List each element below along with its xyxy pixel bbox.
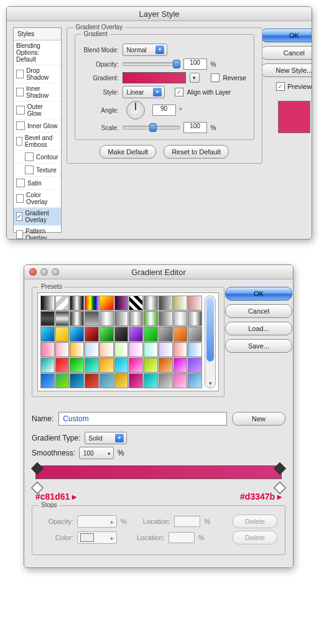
preset-swatch[interactable] bbox=[40, 358, 55, 373]
style-row-contour[interactable]: Contour bbox=[14, 151, 61, 164]
preset-swatch[interactable] bbox=[85, 358, 99, 373]
new-style-button[interactable]: New Style... bbox=[261, 63, 312, 77]
opacity-input[interactable]: 100 bbox=[183, 58, 207, 70]
save-button[interactable]: Save... bbox=[225, 339, 292, 353]
preset-swatch[interactable] bbox=[159, 342, 173, 357]
blending-options-row[interactable]: Blending Options: Default bbox=[14, 40, 61, 65]
checkbox[interactable] bbox=[16, 230, 23, 239]
preset-swatch[interactable] bbox=[144, 327, 158, 342]
preset-swatch[interactable] bbox=[70, 327, 84, 342]
style-row-satin[interactable]: Satin bbox=[14, 177, 61, 190]
preview-checkbox[interactable] bbox=[276, 82, 285, 91]
ok-button[interactable]: OK bbox=[261, 29, 312, 42]
minimize-icon[interactable] bbox=[40, 268, 48, 276]
checkbox[interactable] bbox=[16, 212, 22, 221]
cancel-button[interactable]: Cancel bbox=[225, 304, 292, 318]
preset-swatch[interactable] bbox=[99, 296, 114, 310]
style-row-bevel-and-emboss[interactable]: Bevel and Emboss bbox=[14, 133, 61, 151]
preset-swatch[interactable] bbox=[99, 358, 114, 373]
preset-swatch[interactable] bbox=[70, 373, 84, 388]
make-default-button[interactable]: Make Default bbox=[99, 145, 156, 159]
style-row-outer-glow[interactable]: Outer Glow bbox=[14, 101, 61, 119]
preset-swatch[interactable] bbox=[40, 327, 55, 342]
preset-swatch[interactable] bbox=[99, 311, 114, 326]
gradient-swatch[interactable] bbox=[123, 72, 186, 83]
align-checkbox[interactable] bbox=[175, 88, 183, 96]
chevron-down-icon[interactable]: ▾ bbox=[190, 73, 200, 83]
checkbox[interactable] bbox=[16, 179, 25, 187]
new-button[interactable]: New bbox=[232, 412, 285, 426]
preset-swatch[interactable] bbox=[114, 358, 129, 373]
preset-swatch[interactable] bbox=[99, 373, 114, 388]
preset-swatch[interactable] bbox=[99, 342, 114, 357]
preset-swatch[interactable] bbox=[114, 327, 129, 342]
preset-swatch[interactable] bbox=[188, 311, 202, 326]
style-row-drop-shadow[interactable]: Drop Shadow bbox=[14, 65, 61, 83]
preset-swatch[interactable] bbox=[70, 296, 84, 310]
checkbox[interactable] bbox=[16, 137, 22, 146]
scroll-thumb[interactable] bbox=[206, 297, 214, 362]
preset-swatch[interactable] bbox=[70, 358, 84, 373]
preset-swatch[interactable] bbox=[159, 311, 173, 326]
blendmode-select[interactable]: Normal ▾ bbox=[123, 44, 167, 56]
style-row-gradient-overlay[interactable]: Gradient Overlay bbox=[14, 208, 61, 226]
preset-swatch[interactable] bbox=[55, 358, 70, 373]
preset-swatch[interactable] bbox=[129, 342, 143, 357]
style-row-inner-glow[interactable]: Inner Glow bbox=[14, 119, 61, 133]
preset-swatch[interactable] bbox=[99, 327, 114, 342]
preset-swatch[interactable] bbox=[159, 327, 173, 342]
preset-swatch[interactable] bbox=[159, 358, 173, 373]
gradient-bar[interactable] bbox=[35, 465, 282, 479]
preset-swatch[interactable] bbox=[55, 296, 70, 310]
preset-swatch[interactable] bbox=[129, 296, 143, 310]
name-input[interactable] bbox=[58, 412, 227, 426]
preset-swatch[interactable] bbox=[114, 342, 129, 357]
style-row-pattern-overlay[interactable]: Pattern Overlay bbox=[14, 226, 61, 240]
styles-header[interactable]: Styles bbox=[14, 28, 61, 40]
preset-swatch[interactable] bbox=[55, 342, 70, 357]
preset-swatch[interactable] bbox=[40, 342, 55, 357]
style-row-inner-shadow[interactable]: Inner Shadow bbox=[14, 83, 61, 101]
preset-swatch[interactable] bbox=[188, 342, 202, 357]
chevron-down-icon[interactable]: ▾ bbox=[205, 380, 215, 386]
preset-swatch[interactable] bbox=[144, 311, 158, 326]
checkbox[interactable] bbox=[16, 88, 24, 96]
cancel-button[interactable]: Cancel bbox=[261, 46, 312, 60]
preset-swatch[interactable] bbox=[129, 311, 143, 326]
preset-swatch[interactable] bbox=[85, 296, 99, 310]
checkbox[interactable] bbox=[16, 106, 25, 114]
preset-swatch[interactable] bbox=[159, 373, 173, 388]
preset-swatch[interactable] bbox=[173, 373, 188, 388]
preset-swatch[interactable] bbox=[144, 358, 158, 373]
preset-swatch[interactable] bbox=[144, 373, 158, 388]
scrollbar[interactable]: ▾ bbox=[205, 296, 216, 388]
preset-swatch[interactable] bbox=[173, 327, 188, 342]
checkbox[interactable] bbox=[16, 194, 24, 203]
preset-swatch[interactable] bbox=[188, 358, 202, 373]
preset-swatch[interactable] bbox=[173, 311, 188, 326]
titlebar[interactable]: Gradient Editor bbox=[24, 265, 293, 279]
style-row-texture[interactable]: Texture bbox=[14, 164, 61, 177]
preset-swatch[interactable] bbox=[114, 311, 129, 326]
preset-swatch[interactable] bbox=[144, 342, 158, 357]
reverse-checkbox[interactable] bbox=[211, 73, 220, 82]
style-select[interactable]: Linear ▾ bbox=[123, 86, 165, 98]
preset-swatch[interactable] bbox=[55, 373, 70, 388]
titlebar[interactable]: Layer Style bbox=[7, 7, 312, 21]
smoothness-input[interactable]: 100 ▸ bbox=[79, 447, 114, 459]
preset-swatch[interactable] bbox=[159, 296, 173, 310]
style-row-color-overlay[interactable]: Color Overlay bbox=[14, 190, 61, 208]
preset-swatch[interactable] bbox=[129, 327, 143, 342]
preset-swatch[interactable] bbox=[188, 327, 202, 342]
preset-swatch[interactable] bbox=[114, 296, 129, 310]
scale-input[interactable]: 100 bbox=[183, 122, 207, 133]
checkbox[interactable] bbox=[16, 121, 25, 130]
preset-swatch[interactable] bbox=[144, 296, 158, 310]
preset-swatch[interactable] bbox=[55, 311, 70, 326]
reset-default-button[interactable]: Reset to Default bbox=[164, 145, 229, 159]
preset-swatch[interactable] bbox=[129, 373, 143, 388]
preset-swatch[interactable] bbox=[70, 342, 84, 357]
gradient-bar-area[interactable] bbox=[32, 465, 285, 490]
preset-swatch[interactable] bbox=[85, 311, 99, 326]
preset-swatch[interactable] bbox=[129, 358, 143, 373]
